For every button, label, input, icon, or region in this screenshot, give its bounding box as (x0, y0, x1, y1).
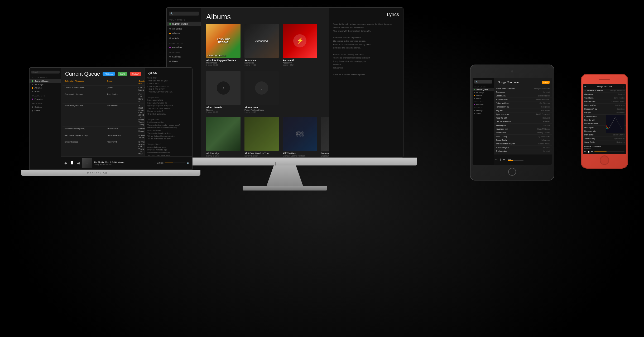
volume-icon[interactable]: 🔊 (187, 162, 189, 164)
mb-sidebar-artists[interactable]: Artists (30, 90, 61, 93)
sidebar-item-all-songs[interactable]: All Songs (167, 26, 201, 31)
album-card-eternity[interactable]: All Eternity Sonny & Cher 31 Items (206, 117, 241, 157)
list-item[interactable]: CasablancaBertie Higgins (583, 96, 626, 100)
list-item[interactable]: AbandonedKamelot (494, 90, 552, 94)
table-row[interactable]: I Want To Break Free Queen Live Magic 03… (63, 86, 145, 92)
album-card-1700[interactable]: ♩ Album 1700 Peter, Paul and Mary 1 song… (244, 71, 279, 114)
mb-search[interactable]: Search (31, 71, 60, 74)
recall-button[interactable]: RECALL (103, 72, 115, 76)
sidebar-item-settings[interactable]: Settings (167, 54, 201, 59)
table-row[interactable]: Bohemian Rhapsody Queen Greatest Hits I … (63, 79, 145, 86)
ipad-search[interactable]: 🔍 (474, 80, 492, 84)
ipad-play-pause-button[interactable]: ⏸ (499, 158, 502, 162)
sidebar-item-albums[interactable]: Albums (167, 31, 201, 36)
clear-button[interactable]: CLEAR (130, 72, 141, 76)
list-item[interactable]: Hey youPink Floyd (583, 111, 626, 115)
prev-button[interactable]: ⏮ (64, 161, 68, 165)
list-item[interactable]: Keep the faithBon Jovi (494, 116, 552, 120)
imac-search[interactable]: 🔍 (169, 12, 199, 16)
sidebar-item-artists[interactable]: Artists (167, 36, 201, 41)
ipad-next-button[interactable]: ⏭ (503, 158, 506, 161)
mb-sidebar-favorites[interactable]: Favorites (30, 97, 61, 101)
ipad-progress-bar[interactable] (508, 160, 523, 161)
album-card-acoustica[interactable]: Acoustica Acoustica Scorpions 1 song · 0… (244, 24, 279, 67)
player-track-title: The Meldar Men ft Sol At Mosson (94, 161, 152, 163)
list-item[interactable]: AbandonedKamelot (583, 92, 626, 96)
album-card-reggae[interactable]: ABSOLUTEREGGAE Absolute Reggae Classics … (206, 24, 241, 67)
mb-sidebar-settings[interactable]: Settings (30, 105, 61, 109)
list-item[interactable]: The hauntingKamelot (494, 149, 552, 153)
album-meta: 1 song · 02:33 (206, 111, 241, 113)
sidebar-item-users[interactable]: Users (167, 59, 201, 64)
list-item[interactable]: November rainGuns N' Roses (494, 127, 552, 131)
album-title: All I Ever Need Is You (244, 152, 279, 155)
iphone-prev-button[interactable]: ⏮ (584, 150, 587, 153)
list-item[interactable]: Space OddityHalloween (583, 140, 626, 144)
ipad-sidebar-favorites[interactable]: Favorites (473, 103, 494, 106)
list-item[interactable]: A Little Piece of HeavenAvenged Sevenfol… (494, 87, 552, 90)
list-item[interactable]: Silent LucidityQueensryche (494, 135, 552, 138)
save-button[interactable]: SAVE (118, 72, 127, 76)
lyrics-title: Lyrics (387, 12, 399, 17)
table-row[interactable]: Seasons in the sun Terry Jacks Put The B… (63, 92, 145, 104)
album-card-aerosmith[interactable]: ⚡ Aerosmith Aerosmith 1 song · 04:27 (283, 24, 317, 67)
item-label: Albums (476, 95, 482, 96)
table-row[interactable]: Black Diamond [Live] Stratovarius Darkes… (63, 127, 145, 133)
mb-sidebar-albums[interactable]: Albums (30, 86, 61, 90)
table-row[interactable]: Where Eagles Dare Iron Maiden A Real Dea… (63, 104, 145, 127)
album-card-best[interactable]: MICHAELLEARNSTO ROCK All The Best Michae… (283, 117, 317, 157)
ipad-save-button[interactable]: SAVE (542, 81, 550, 84)
heart-icon[interactable]: ♡ (154, 162, 156, 164)
ipad-sidebar-all-songs[interactable]: All Songs (473, 91, 494, 94)
album-card-after-rain[interactable]: ♪ After The Rain Nelson 1 song · 02:33 (206, 71, 241, 114)
iphone-home-button[interactable] (600, 155, 609, 165)
list-item[interactable]: Promise meBeverly Craven (494, 131, 552, 135)
sidebar-item-current-queue[interactable]: Current Queue (167, 22, 201, 26)
list-item[interactable]: Mocking birdEminem (494, 124, 552, 127)
track-title: I Want To Break Free (65, 86, 107, 91)
ipad-prev-button[interactable]: ⏮ (495, 158, 498, 161)
lyrics-button[interactable]: LYRICS (157, 162, 164, 164)
list-item[interactable]: The final legacyKamelot (494, 146, 552, 149)
iphone-play-button[interactable]: ⏸ (588, 150, 590, 153)
list-item[interactable]: CasablancaBertie Higgins (494, 94, 552, 98)
list-item[interactable]: Promise meBeverly Craven (583, 133, 626, 137)
iphone-menu-icon[interactable]: ⋮ (623, 86, 624, 87)
list-item[interactable]: Father and SonCat Stevens (494, 101, 552, 105)
list-item[interactable]: Hey youPink Floyd (494, 109, 552, 113)
ipad-sidebar-artists[interactable]: Artists (473, 97, 494, 100)
iphone-search-icon[interactable]: 🔍 (584, 86, 586, 87)
next-button[interactable]: ⏭ (76, 161, 80, 165)
mb-sidebar-all-songs[interactable]: All Songs (30, 83, 61, 86)
mb-sidebar-current-queue[interactable]: Current Queue (30, 79, 61, 83)
album-card-all-i-need[interactable]: All I Ever Need Is You Sonny & Cher 1 so… (244, 117, 279, 157)
list-item[interactable]: Europe's skiesAlexander Rybak (583, 100, 626, 104)
ipad-heart-icon[interactable]: ♡ (549, 159, 550, 161)
dot-icon (169, 33, 171, 34)
ipad-sidebar-settings[interactable]: Settings (473, 109, 494, 112)
list-item[interactable]: Like Never BeforeLa DaFar (494, 120, 552, 124)
list-item[interactable]: A Little Piece of HeavenAvenged Sevenfol… (583, 89, 626, 92)
list-item[interactable]: Space OddityHalloween (494, 138, 552, 142)
play-pause-button[interactable]: ⏸ (70, 160, 74, 166)
list-item[interactable]: Heroes don't cryScorpions (494, 105, 552, 109)
sidebar-item-favorites[interactable]: Favorites (167, 45, 201, 50)
table-row[interactable]: Empty Spaces Pink Floyd Is There Anybody… (63, 140, 145, 154)
player-progress-bar[interactable] (165, 163, 186, 163)
ipad-home-button[interactable] (508, 168, 516, 176)
list-item[interactable]: Heroes don't cryScorpions (583, 107, 626, 111)
imac-manage-label: MANAGE (167, 50, 201, 54)
iphone-progress-bar[interactable] (594, 152, 624, 152)
list-item[interactable]: If you were mineBed & Breakfast (494, 113, 552, 116)
list-item[interactable]: Europe's skiesAlexander Rybak (494, 98, 552, 101)
iphone-next-button[interactable]: ⏭ (591, 150, 593, 153)
table-row[interactable]: 04 - Some Day One Day Unknown Artist Unk… (63, 133, 145, 140)
track-title: Seasons in the sun (65, 93, 107, 102)
list-item[interactable]: Silent LucidityQueensryche (583, 137, 626, 140)
list-item[interactable]: Father and SonCat Stevens (583, 104, 626, 107)
ipad-sidebar-users[interactable]: Users (473, 112, 494, 115)
ipad-sidebar-albums[interactable]: Albums (473, 94, 494, 97)
list-item[interactable]: The end of this chapterSerena Arrisa (494, 142, 552, 146)
mb-sidebar-users[interactable]: Users (30, 109, 61, 112)
ipad-sidebar-current-queue[interactable]: Current Queue (473, 88, 494, 91)
